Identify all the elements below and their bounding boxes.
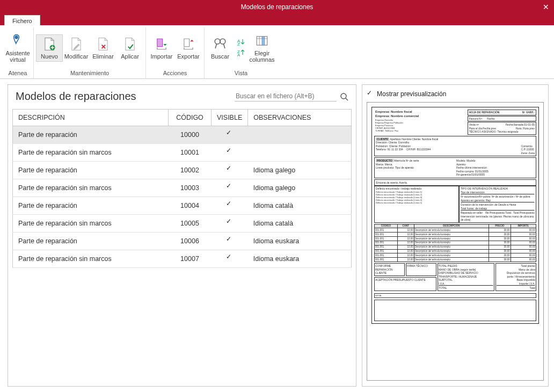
cell-code: 10000: [169, 126, 212, 144]
columns-icon: [255, 34, 269, 49]
table-row[interactable]: Parte de reparación sin marcos10003Idiom…: [13, 179, 352, 197]
cell-desc: Parte de reparación sin marcos: [13, 144, 169, 162]
close-button[interactable]: ✕: [538, 0, 554, 13]
cell-visible: [212, 215, 248, 233]
export-icon: [181, 37, 195, 52]
svg-text:A: A: [237, 53, 240, 57]
search-icon[interactable]: [340, 92, 348, 101]
table-row[interactable]: Parte de reparación sin marcos10001: [13, 144, 352, 162]
cell-visible: [212, 144, 248, 162]
main: Modelos de reparaciones DESCRIPCIÓN CÓDI…: [0, 79, 554, 392]
checkbox-icon[interactable]: [226, 130, 233, 137]
assistant-icon: [11, 34, 25, 49]
ribbon-group-label: Vista: [235, 69, 247, 78]
cell-visible: [212, 179, 248, 197]
importar-button[interactable]: Importar: [148, 34, 175, 62]
modificar-button[interactable]: Modificar: [63, 34, 90, 62]
ribbon-label: Exportar: [177, 54, 200, 60]
tabstrip: Fichero: [0, 13, 554, 25]
table-row[interactable]: Parte de reparación10006Idioma euskara: [13, 233, 352, 250]
cell-code: 10007: [169, 250, 212, 268]
cell-obs: Idioma galego: [248, 179, 352, 197]
ribbon-label: Eliminar: [92, 54, 114, 60]
ribbon-label: Elegircolumnas: [249, 50, 274, 63]
cell-desc: Parte de reparación: [13, 233, 169, 250]
table-row[interactable]: Parte de reparación10004Idioma català: [13, 197, 352, 215]
cell-code: 10002: [169, 162, 212, 179]
import-icon: [155, 37, 169, 52]
table-row[interactable]: Parte de reparación10002Idioma galego: [13, 162, 352, 179]
edit-icon: [69, 37, 83, 52]
checkbox-icon: [367, 91, 374, 98]
search-icon: [213, 37, 227, 52]
aplicar-button[interactable]: Aplicar: [116, 34, 143, 62]
checkbox-icon[interactable]: [226, 201, 233, 208]
search-input[interactable]: [235, 91, 337, 101]
ribbon-label: Nuevo: [41, 54, 58, 60]
cell-obs: [248, 144, 352, 162]
buscar-button[interactable]: Buscar: [207, 34, 234, 62]
checkbox-icon[interactable]: [226, 184, 233, 191]
svg-text:Z: Z: [237, 42, 240, 46]
cell-desc: Parte de reparación sin marcos: [13, 250, 169, 268]
ribbon-group-label: Mantenimiento: [70, 69, 109, 78]
cell-code: 10001: [169, 144, 212, 162]
sort-desc-button[interactable]: ZA: [236, 49, 246, 59]
column-header[interactable]: CÓDIGO: [169, 110, 212, 126]
cell-code: 10005: [169, 215, 212, 233]
eliminar-button[interactable]: Eliminar: [90, 34, 116, 62]
ribbon-label: Buscar: [211, 54, 229, 60]
preview-document: Empresa: Nombre fiscal Empresa: Nombre c…: [371, 107, 539, 324]
cell-desc: Parte de reparación: [13, 162, 169, 179]
svg-point-2: [220, 39, 225, 44]
sort-asc-button[interactable]: AZ: [236, 38, 246, 48]
nuevo-button[interactable]: Nuevo: [36, 34, 63, 62]
cell-visible: [212, 126, 248, 144]
cell-desc: Parte de reparación: [13, 197, 169, 215]
ribbon-group-label: Acciones: [163, 69, 187, 78]
tab-fichero[interactable]: Fichero: [4, 15, 40, 25]
exportar-button[interactable]: Exportar: [175, 34, 202, 62]
cell-obs: Idioma català: [248, 197, 352, 215]
checkbox-icon[interactable]: [226, 148, 233, 155]
svg-rect-8: [262, 37, 265, 45]
cell-obs: Idioma català: [248, 215, 352, 233]
checkbox-icon[interactable]: [226, 237, 233, 244]
page-title: Modelos de reparaciones: [16, 90, 136, 103]
column-header[interactable]: DESCRIPCIÓN: [13, 110, 169, 126]
cell-desc: Parte de reparación sin marcos: [13, 215, 169, 233]
ribbon-label: Modificar: [64, 54, 89, 60]
table-row[interactable]: Parte de reparación sin marcos10005Idiom…: [13, 215, 352, 233]
cell-visible: [212, 233, 248, 250]
delete-icon: [96, 37, 110, 52]
sort-desc-icon: ZA: [237, 48, 245, 59]
asistente-virtual-button[interactable]: Asistentevirtual: [4, 31, 31, 64]
column-header[interactable]: VISIBLE: [212, 110, 248, 126]
table-row[interactable]: Parte de reparación sin marcos10007Idiom…: [13, 250, 352, 268]
preview-toggle[interactable]: Mostrar previsualización: [367, 90, 544, 102]
cell-obs: Idioma galego: [248, 162, 352, 179]
elegir-columnas-button[interactable]: Elegircolumnas: [249, 31, 275, 64]
cell-visible: [212, 250, 248, 268]
table-row[interactable]: Parte de reparación10000: [13, 126, 352, 144]
cell-code: 10003: [169, 179, 212, 197]
cell-code: 10004: [169, 197, 212, 215]
checkbox-icon[interactable]: [226, 166, 233, 173]
cell-obs: Idioma euskara: [248, 250, 352, 268]
checkbox-icon[interactable]: [226, 219, 233, 226]
new-icon: [42, 37, 56, 52]
searchbox: [235, 91, 348, 101]
ribbon-label: Aplicar: [121, 54, 139, 60]
checkbox-icon[interactable]: [226, 255, 233, 262]
cell-obs: [248, 126, 352, 144]
close-icon: ✕: [543, 3, 549, 11]
ribbon-group-mantenimiento: Nuevo Modificar Eliminar Aplicar: [34, 27, 146, 78]
cell-visible: [212, 197, 248, 215]
sort-stack: AZ ZA: [234, 37, 249, 60]
ribbon-group-vista: Buscar AZ ZA Elegircolumnas Vista: [205, 27, 278, 78]
ribbon: Asistentevirtual Atenea Nuevo Modificar: [0, 25, 554, 79]
preview-toggle-label: Mostrar previsualización: [377, 90, 446, 98]
titlebar: Modelos de reparaciones ✕: [0, 0, 554, 13]
sort-asc-icon: AZ: [237, 38, 245, 48]
column-header[interactable]: OBSERVACIONES: [248, 110, 352, 126]
